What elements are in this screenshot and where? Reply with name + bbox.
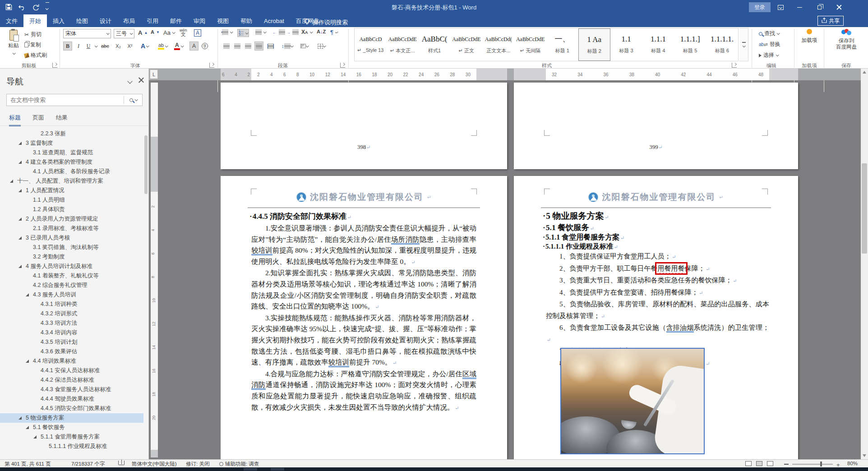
web-layout-view-button[interactable] bbox=[767, 461, 773, 466]
style-card-↵-_Style-13[interactable]: AaBbCcD↵ _Style 13 bbox=[355, 28, 387, 61]
nav-heading-item[interactable]: 4 建立各类档案的管理制度 bbox=[0, 157, 143, 167]
change-case-button[interactable]: Aa bbox=[163, 29, 175, 36]
collapse-triangle-icon[interactable] bbox=[18, 189, 22, 192]
close-button[interactable] bbox=[830, 0, 848, 14]
nav-heading-item[interactable]: 4.1 着装整齐、礼貌礼仪等 bbox=[0, 271, 143, 281]
numbering-button[interactable]: 1—2—3— bbox=[237, 29, 249, 37]
nav-heading-item[interactable]: 5.1.1.1 作业规程及标准 bbox=[0, 442, 143, 451]
restore-button[interactable] bbox=[810, 0, 828, 14]
track-changes-indicator[interactable]: 修订: 关闭 bbox=[186, 461, 209, 467]
zoom-percentage[interactable]: 80% bbox=[847, 461, 858, 466]
collapse-triangle-icon[interactable] bbox=[26, 426, 29, 429]
nav-heading-item[interactable]: 1.1 人员明细 bbox=[0, 195, 143, 205]
style-card-标题-1[interactable]: 一、标题 1 bbox=[546, 28, 578, 61]
character-shading-button[interactable]: A bbox=[189, 42, 199, 51]
proofing-status-icon[interactable] bbox=[118, 461, 125, 466]
nav-heading-item[interactable]: 4.3.6 效果评估 bbox=[0, 347, 143, 356]
zoom-slider[interactable] bbox=[792, 464, 833, 465]
nav-heading-item[interactable]: 4.3 服务人员培训 bbox=[0, 290, 143, 300]
collapse-triangle-icon[interactable] bbox=[18, 142, 22, 145]
collapse-triangle-icon[interactable] bbox=[18, 236, 22, 240]
nav-tab-标题[interactable]: 标题 bbox=[9, 114, 21, 126]
nav-heading-item[interactable]: 4.4.1 安保人员达标标准 bbox=[0, 366, 143, 375]
nav-heading-item[interactable]: 3.2 考勤制度 bbox=[0, 252, 143, 262]
zoom-out-button[interactable] bbox=[784, 464, 789, 465]
cut-button[interactable]: ✂剪切 bbox=[24, 31, 42, 38]
styles-dialog-launcher[interactable] bbox=[732, 63, 737, 68]
shading-button[interactable] bbox=[300, 42, 309, 51]
nav-heading-item[interactable]: 5.1.1 食堂用餐服务方案 bbox=[0, 432, 143, 442]
customize-qat-icon[interactable] bbox=[46, 2, 49, 12]
nav-heading-item[interactable]: 3 监督制度 bbox=[0, 139, 143, 148]
style-card-↵-无间隔[interactable]: AaBbCcDdE↵ 无间隔 bbox=[514, 28, 546, 61]
scroll-up-icon[interactable] bbox=[863, 71, 866, 74]
style-card-↵-本文正...[interactable]: AaBbCcDdE↵ 本文正... bbox=[387, 28, 419, 61]
show-marks-button[interactable]: ¶↵ bbox=[330, 29, 339, 36]
styles-gallery-more-button[interactable] bbox=[739, 28, 748, 61]
collapse-triangle-icon[interactable] bbox=[18, 161, 22, 164]
page-399[interactable]: 399 bbox=[514, 83, 798, 169]
navigation-search-input[interactable] bbox=[7, 97, 124, 103]
windows-taskbar[interactable] bbox=[0, 467, 868, 471]
copy-button[interactable]: 复制 bbox=[24, 41, 41, 49]
grow-font-button[interactable]: A▲ bbox=[138, 29, 148, 36]
paste-button[interactable]: 粘贴 bbox=[4, 29, 23, 61]
clipboard-dialog-launcher[interactable] bbox=[52, 63, 57, 68]
line-spacing-button[interactable]: ↕ bbox=[281, 42, 294, 51]
paste-dropdown-icon[interactable] bbox=[12, 51, 15, 55]
align-left-button[interactable] bbox=[222, 42, 231, 51]
accessibility-indicator[interactable]: 辅助功能: 调查 bbox=[219, 461, 259, 467]
superscript-button[interactable]: X² bbox=[125, 42, 134, 51]
nav-heading-item[interactable]: 2.2.3 张新 bbox=[0, 129, 143, 139]
language-indicator[interactable]: 简体中文(中国大陆) bbox=[132, 461, 177, 467]
nav-heading-item[interactable]: 4.4.4 驾驶员效果标准 bbox=[0, 394, 143, 404]
search-icon[interactable] bbox=[129, 98, 133, 102]
add-ins-button[interactable]: 加载项 bbox=[798, 29, 821, 43]
nav-heading-item[interactable]: 4.4.2 保洁员达标标准 bbox=[0, 375, 143, 385]
tab-开始[interactable]: 开始 bbox=[23, 14, 47, 27]
page-398[interactable]: 398 bbox=[221, 83, 507, 169]
decrease-indent-button[interactable]: ← bbox=[272, 30, 285, 35]
tab-绘图[interactable]: 绘图 bbox=[70, 14, 94, 27]
tab-stop-selector[interactable]: L bbox=[150, 69, 158, 79]
phonetic-guide-button[interactable]: wén文 bbox=[180, 28, 187, 37]
tab-文件[interactable]: 文件 bbox=[0, 14, 23, 27]
nav-heading-item[interactable]: 5.1 餐饮服务 bbox=[0, 423, 143, 432]
nav-heading-item[interactable]: 十一、 人员配置、培训和管理方案 bbox=[0, 176, 143, 186]
navigation-pane-chevron-icon[interactable] bbox=[127, 78, 132, 83]
style-card-↵-正文[interactable]: AaBbCcDdE↵ 正文 bbox=[450, 28, 482, 61]
nav-tab-结果[interactable]: 结果 bbox=[56, 114, 68, 126]
enclose-characters-button[interactable]: 字 bbox=[200, 42, 209, 51]
text-effects-button[interactable]: A bbox=[140, 42, 149, 51]
format-painter-button[interactable]: 格式刷 bbox=[24, 51, 47, 59]
bullets-button[interactable] bbox=[222, 30, 232, 35]
nav-tab-页面[interactable]: 页面 bbox=[32, 114, 44, 126]
nav-heading-item[interactable]: 4.4.5 消防安全部门效果标准 bbox=[0, 404, 143, 413]
navigation-search-box[interactable] bbox=[6, 94, 143, 106]
nav-heading-item[interactable]: 3.1 奖罚措施、淘汰机制等 bbox=[0, 243, 143, 252]
style-card-标题-6[interactable]: 1.1.1.1.标题 6 bbox=[706, 28, 738, 61]
italic-button[interactable]: I bbox=[74, 42, 83, 51]
save-icon[interactable] bbox=[5, 4, 12, 10]
search-dropdown-icon[interactable] bbox=[134, 98, 138, 101]
font-color-button[interactable]: A bbox=[173, 42, 184, 51]
underline-button[interactable]: U bbox=[84, 42, 93, 51]
asian-layout-button[interactable]: XA bbox=[301, 29, 312, 35]
distribute-button[interactable] bbox=[266, 42, 275, 51]
tab-视图[interactable]: 视图 bbox=[211, 14, 235, 27]
tab-Acrobat[interactable]: Acrobat bbox=[258, 14, 290, 27]
nav-heading-item[interactable]: 1 人员配置情况 bbox=[0, 186, 143, 195]
character-border-button[interactable]: A bbox=[194, 29, 201, 37]
collapse-triangle-icon[interactable] bbox=[26, 360, 29, 363]
navigation-pane-close-icon[interactable] bbox=[138, 77, 144, 83]
save-to-baidu-button[interactable]: 保存到 百度网盘 bbox=[828, 29, 864, 50]
tab-引用[interactable]: 引用 bbox=[141, 14, 164, 27]
page-400[interactable]: 沈阳磐石物业管理有限公司 4.4.5 消防安全部门效果标准 1.安全意识显著增强… bbox=[221, 176, 507, 459]
vertical-ruler[interactable]: 2468101214161820 bbox=[151, 83, 158, 457]
multilevel-list-button[interactable] bbox=[255, 30, 266, 35]
increase-indent-button[interactable]: → bbox=[286, 30, 299, 35]
nav-heading-item[interactable]: 4.1 人员档案、各阶段服务记录 bbox=[0, 167, 143, 176]
style-card-标题-4[interactable]: 1.1.1标题 4 bbox=[642, 28, 674, 61]
nav-heading-item[interactable]: 2 人员录用人力资源管理规定 bbox=[0, 214, 143, 224]
tab-帮助[interactable]: 帮助 bbox=[235, 14, 258, 27]
